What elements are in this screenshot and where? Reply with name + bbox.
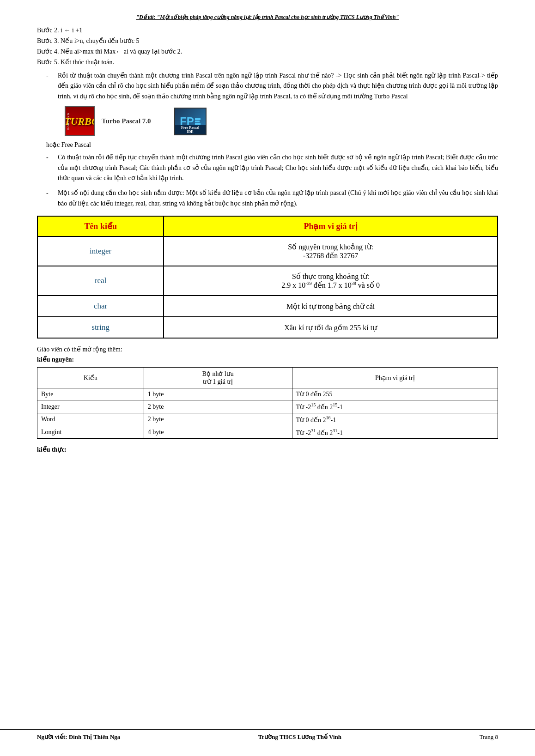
footer-author: Người viết: Đinh Thị Thiên Nga xyxy=(37,733,120,741)
turbo-pascal-icon: BORLAND TURBO xyxy=(65,106,95,136)
bullet-item-2: - Có thuật toán rồi để tiếp tục chuyển t… xyxy=(46,152,498,183)
bullet-text-2: Có thuật toán rồi để tiếp tục chuyển thà… xyxy=(58,152,498,183)
table-row: string Xâu kí tự tối đa gồm 255 kí tự xyxy=(37,317,498,338)
mem-integer: 2 byte xyxy=(144,400,292,413)
footer-page: Trang 8 xyxy=(480,733,498,741)
reg-header-1: Kiểu xyxy=(37,368,144,388)
footer-school: Trường THCS Lương Thế Vinh xyxy=(258,733,341,741)
table-row: real Số thực trong khoảng từ:2.9 x 10-39… xyxy=(37,266,498,296)
hoac-text: hoặc Free Pascal xyxy=(46,141,498,149)
mem-word: 2 byte xyxy=(144,413,292,426)
bullet-text-1: Rồi từ thuật toán chuyển thành một chươn… xyxy=(58,71,498,102)
type-real: real xyxy=(37,266,164,296)
step-3: Bước 3. Nếu i>n, chuyển đến bước 5 xyxy=(37,36,498,46)
mem-longint: 4 byte xyxy=(144,426,292,439)
bullet-dash-3: - xyxy=(46,188,55,209)
turbo-section: BORLAND TURBO Turbo Pascal 7.0 FP xyxy=(65,106,498,136)
mem-byte: 1 byte xyxy=(144,388,292,400)
table-row: Byte 1 byte Từ 0 đến 255 xyxy=(37,388,498,400)
colored-table-header-1: Tên kiểu xyxy=(37,216,164,236)
type-byte: Byte xyxy=(37,388,144,400)
reg-header-2: Bộ nhớ lưutrữ 1 giá trị xyxy=(144,368,292,388)
type-word: Word xyxy=(37,413,144,426)
desc-integer: Số nguyên trong khoảng từ:-32768 đến 327… xyxy=(164,236,498,266)
type-longint: Longint xyxy=(37,426,144,439)
footer: Người viết: Đinh Thị Thiên Nga Trường TH… xyxy=(0,729,535,744)
note-expand: Giáo viên có thể mở rộng thêm: xyxy=(37,345,498,353)
type-char: char xyxy=(37,296,164,317)
colored-table-header-2: Phạm vi giá trị xyxy=(164,216,498,236)
reg-header-3: Phạm vi giá trị xyxy=(292,368,498,388)
type-integer2: Integer xyxy=(37,400,144,413)
free-pascal-icon: FP Free Pascal IDE xyxy=(174,108,207,135)
kieu-nguyen-label: kiểu nguyên: xyxy=(37,356,498,363)
bullet-item-1: - Rồi từ thuật toán chuyển thành một chư… xyxy=(46,71,498,102)
range-word: Từ 0 đến 216-1 xyxy=(292,413,498,426)
desc-real: Số thực trong khoảng từ:2.9 x 10-39 đến … xyxy=(164,266,498,296)
step-5: Bước 5. Kết thúc thuật toán. xyxy=(37,57,498,67)
table-row: Longint 4 byte Từ -231 đến 231-1 xyxy=(37,426,498,439)
table-row: integer Số nguyên trong khoảng từ:-32768… xyxy=(37,236,498,266)
turbo-logo: BORLAND TURBO Turbo Pascal 7.0 xyxy=(65,106,151,136)
desc-string: Xâu kí tự tối đa gồm 255 kí tự xyxy=(164,317,498,338)
type-string: string xyxy=(37,317,164,338)
bullet-section: - Rồi từ thuật toán chuyển thành một chư… xyxy=(46,71,498,209)
table-row: char Một kí tự trong bảng chữ cái xyxy=(37,296,498,317)
bullet-dash-2: - xyxy=(46,152,55,183)
step-2: Bước 2. i ← i +1 xyxy=(37,25,498,35)
free-pascal-logo: FP Free Pascal IDE xyxy=(174,108,207,135)
desc-char: Một kí tự trong bảng chữ cái xyxy=(164,296,498,317)
colored-table: Tên kiểu Phạm vi giá trị integer Số nguy… xyxy=(37,216,498,339)
range-integer: Từ -215 đến 215-1 xyxy=(292,400,498,413)
type-integer: integer xyxy=(37,236,164,266)
table-row: Word 2 byte Từ 0 đến 216-1 xyxy=(37,413,498,426)
page: "Đề tài: "Một số biện pháp tăng cường nă… xyxy=(0,0,535,756)
step-4: Bước 4. Nếu ai>max thì Max← ai và quay l… xyxy=(37,47,498,56)
regular-table: Kiểu Bộ nhớ lưutrữ 1 giá trị Phạm vi giá… xyxy=(37,367,498,439)
range-longint: Từ -231 đến 231-1 xyxy=(292,426,498,439)
bullet-item-3: - Một số nội dung cần cho học sinh nắm đ… xyxy=(46,188,498,209)
page-title: "Đề tài: "Một số biện pháp tăng cường nă… xyxy=(37,14,498,21)
bullet-dash-1: - xyxy=(46,71,55,102)
range-byte: Từ 0 đến 255 xyxy=(292,388,498,400)
kieu-thuc-label: kiểu thực: xyxy=(37,446,498,454)
table-row: Integer 2 byte Từ -215 đến 215-1 xyxy=(37,400,498,413)
bullet-text-3: Một số nội dung cần cho học sinh nắm đượ… xyxy=(58,188,498,209)
turbo-label: Turbo Pascal 7.0 xyxy=(102,117,151,125)
